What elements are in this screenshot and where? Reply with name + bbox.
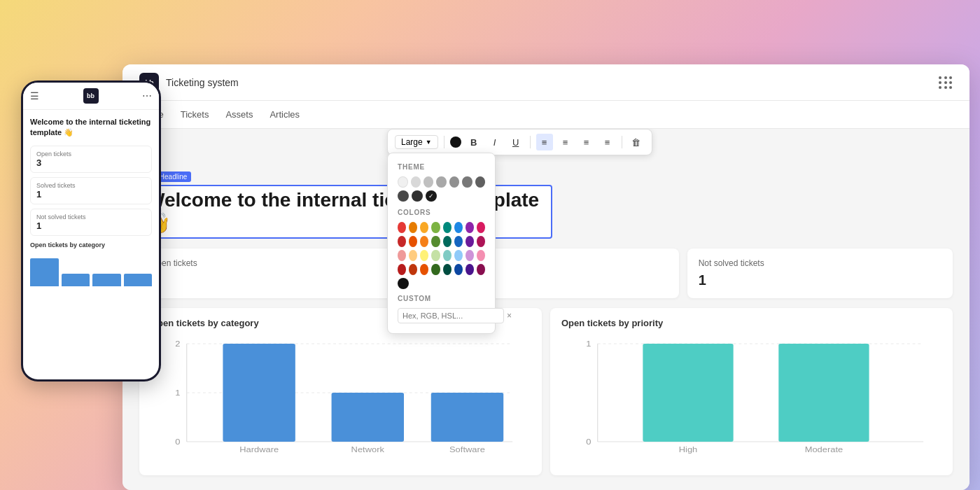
toolbar-divider-2 — [530, 136, 531, 148]
underline-button[interactable]: U — [507, 134, 524, 150]
color-light-red[interactable] — [398, 250, 406, 261]
color-dark-orange[interactable] — [409, 236, 417, 247]
color-row-5 — [398, 278, 485, 289]
mobile-bar-2 — [62, 274, 90, 286]
theme-row-2 — [398, 190, 485, 202]
stats-row: Open tickets 4 Solved tickets 1 Not solv… — [139, 248, 953, 298]
stat-card-unsolved: Not solved tickets 1 — [687, 248, 953, 298]
delete-button[interactable]: 🗑 — [628, 134, 645, 150]
custom-color-input[interactable] — [398, 308, 504, 323]
color-purple[interactable] — [465, 222, 474, 233]
nav-assets[interactable]: Assets — [225, 104, 253, 125]
color-orange[interactable] — [409, 222, 417, 233]
color-deep-purple[interactable] — [465, 264, 474, 275]
color-picker-dropdown: THEME COLORS — [387, 153, 496, 334]
mobile-stat-unsolved: Not solved tickets 1 — [30, 209, 152, 236]
mobile-logo: bb — [83, 88, 99, 104]
nav-articles[interactable]: Articles — [270, 104, 300, 125]
headline-area: New Headline Welcome to the internal tic… — [139, 169, 953, 239]
color-deep-green[interactable] — [431, 264, 440, 275]
theme-color-8[interactable] — [398, 190, 409, 202]
color-light-teal[interactable] — [443, 250, 451, 261]
mobile-bar-3 — [92, 274, 121, 286]
align-left-button[interactable]: ≡ — [536, 134, 553, 150]
color-light-orange[interactable] — [409, 250, 417, 261]
theme-color-2[interactable] — [411, 176, 421, 188]
custom-section-label: CUSTOM — [398, 295, 485, 302]
bold-button[interactable]: B — [465, 134, 482, 150]
color-deep-orange2[interactable] — [409, 264, 417, 275]
color-black[interactable] — [398, 278, 409, 289]
custom-color-section: CUSTOM × — [398, 295, 485, 323]
svg-text:2: 2 — [175, 340, 180, 347]
color-yellow[interactable] — [420, 222, 428, 233]
align-justify-button[interactable]: ≡ — [599, 134, 616, 150]
mobile-open-value: 3 — [36, 158, 146, 168]
theme-row-1 — [398, 176, 485, 188]
color-deep-red[interactable] — [398, 264, 406, 275]
color-deep-pink[interactable] — [477, 264, 485, 275]
color-dark-teal[interactable] — [443, 236, 451, 247]
theme-color-1[interactable] — [398, 176, 408, 188]
size-label: Large — [401, 137, 423, 147]
chart-priority-title: Open tickets by priority — [561, 318, 941, 328]
custom-close-button[interactable]: × — [507, 310, 512, 321]
svg-text:1: 1 — [175, 389, 180, 396]
color-green[interactable] — [431, 222, 440, 233]
svg-rect-7 — [223, 344, 295, 442]
color-dark-blue[interactable] — [454, 236, 463, 247]
mobile-mini-chart — [30, 251, 152, 286]
align-right-button[interactable]: ≡ — [578, 134, 595, 150]
open-tickets-value: 4 — [150, 272, 393, 288]
color-red[interactable] — [398, 222, 406, 233]
color-light-yellow[interactable] — [420, 250, 428, 261]
nav-tickets[interactable]: Tickets — [181, 104, 209, 125]
app-title: Ticketing system — [166, 77, 239, 88]
color-light-blue[interactable] — [454, 250, 463, 261]
mobile-stat-solved: Solved tickets 1 — [30, 177, 152, 204]
mobile-solved-value: 1 — [36, 189, 146, 200]
theme-color-4[interactable] — [436, 176, 446, 188]
align-center-button[interactable]: ≡ — [557, 134, 574, 150]
color-dark-pink[interactable] — [477, 236, 485, 247]
color-deep-blue[interactable] — [454, 264, 463, 275]
color-dark-green[interactable] — [431, 236, 440, 247]
color-dark-purple[interactable] — [465, 236, 474, 247]
theme-color-9[interactable] — [412, 190, 423, 202]
charts-row: Open tickets by category 0 1 2 — [139, 308, 953, 475]
mobile-stat-open: Open tickets 3 — [30, 146, 152, 173]
theme-color-10[interactable] — [426, 190, 437, 202]
mobile-bar-1 — [30, 258, 59, 286]
mobile-unsolved-value: 1 — [36, 220, 146, 231]
color-pink[interactable] — [477, 222, 485, 233]
mobile-title: Welcome to the internal ticketing templa… — [30, 117, 152, 139]
svg-rect-8 — [332, 393, 404, 442]
theme-section-label: THEME — [398, 163, 485, 171]
color-deep-teal[interactable] — [443, 264, 451, 275]
grid-icon[interactable] — [939, 76, 953, 89]
color-teal[interactable] — [443, 222, 451, 233]
text-color-button[interactable] — [450, 136, 461, 148]
color-light-purple[interactable] — [465, 250, 474, 261]
size-selector[interactable]: Large ▼ — [395, 135, 438, 149]
theme-color-3[interactable] — [424, 176, 433, 188]
italic-button[interactable]: I — [486, 134, 503, 150]
mobile-solved-label: Solved tickets — [36, 182, 146, 189]
color-dark-red[interactable] — [398, 236, 406, 247]
color-row-4 — [398, 264, 485, 275]
theme-color-6[interactable] — [462, 176, 472, 188]
mobile-chart-label: Open tickets by category — [30, 241, 152, 248]
theme-color-7[interactable] — [475, 176, 485, 188]
color-light-green[interactable] — [431, 250, 440, 261]
color-light-pink[interactable] — [477, 250, 485, 261]
color-blue[interactable] — [454, 222, 463, 233]
svg-text:High: High — [679, 446, 698, 453]
color-dark-yellow[interactable] — [420, 236, 428, 247]
app-window: bb Ticketing system Home Tickets Assets … — [122, 64, 969, 490]
custom-input-row: × — [398, 308, 485, 323]
mobile-bar-4 — [124, 274, 153, 286]
svg-text:Moderate: Moderate — [805, 446, 844, 453]
toolbar-divider-3 — [622, 136, 622, 148]
theme-color-5[interactable] — [449, 176, 459, 188]
color-deep-orange3[interactable] — [420, 264, 428, 275]
